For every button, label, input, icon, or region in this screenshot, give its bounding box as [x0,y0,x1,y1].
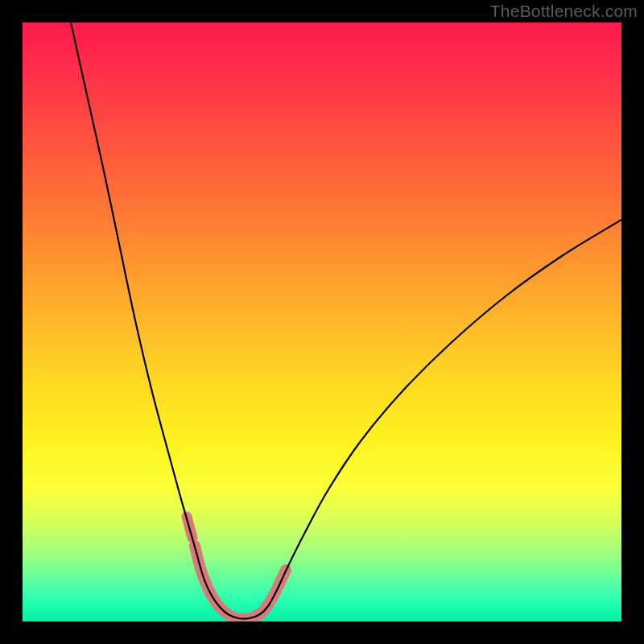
plot-area [23,23,621,621]
main-curve [71,23,621,619]
highlight-group [187,517,286,619]
chart-frame: TheBottleneck.com [0,0,644,644]
curve-group [71,23,621,619]
curve-layer [23,23,621,621]
watermark-text: TheBottleneck.com [490,2,638,21]
